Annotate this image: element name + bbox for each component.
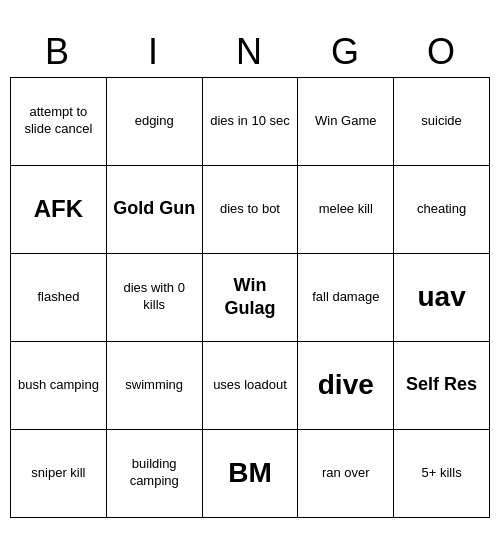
header-b: B [10,27,106,77]
bingo-cell-21[interactable]: building camping [107,430,203,518]
bingo-cell-6[interactable]: Gold Gun [107,166,203,254]
bingo-cell-14[interactable]: uav [394,254,490,342]
bingo-cell-20[interactable]: sniper kill [11,430,107,518]
bingo-cell-12[interactable]: Win Gulag [203,254,299,342]
bingo-cell-8[interactable]: melee kill [298,166,394,254]
header-i: I [106,27,202,77]
header-n: N [202,27,298,77]
bingo-cell-11[interactable]: dies with 0 kills [107,254,203,342]
bingo-grid: attempt to slide canceledgingdies in 10 … [10,77,490,518]
bingo-cell-3[interactable]: Win Game [298,78,394,166]
bingo-cell-19[interactable]: Self Res [394,342,490,430]
bingo-card: B I N G O attempt to slide canceledgingd… [10,27,490,518]
bingo-cell-4[interactable]: suicide [394,78,490,166]
bingo-cell-18[interactable]: dive [298,342,394,430]
bingo-cell-5[interactable]: AFK [11,166,107,254]
bingo-cell-15[interactable]: bush camping [11,342,107,430]
bingo-cell-2[interactable]: dies in 10 sec [203,78,299,166]
bingo-cell-24[interactable]: 5+ kills [394,430,490,518]
bingo-cell-16[interactable]: swimming [107,342,203,430]
bingo-cell-9[interactable]: cheating [394,166,490,254]
bingo-header: B I N G O [10,27,490,77]
header-g: G [298,27,394,77]
bingo-cell-23[interactable]: ran over [298,430,394,518]
bingo-cell-0[interactable]: attempt to slide cancel [11,78,107,166]
header-o: O [394,27,490,77]
bingo-cell-17[interactable]: uses loadout [203,342,299,430]
bingo-cell-7[interactable]: dies to bot [203,166,299,254]
bingo-cell-10[interactable]: flashed [11,254,107,342]
bingo-cell-22[interactable]: BM [203,430,299,518]
bingo-cell-1[interactable]: edging [107,78,203,166]
bingo-cell-13[interactable]: fall damage [298,254,394,342]
